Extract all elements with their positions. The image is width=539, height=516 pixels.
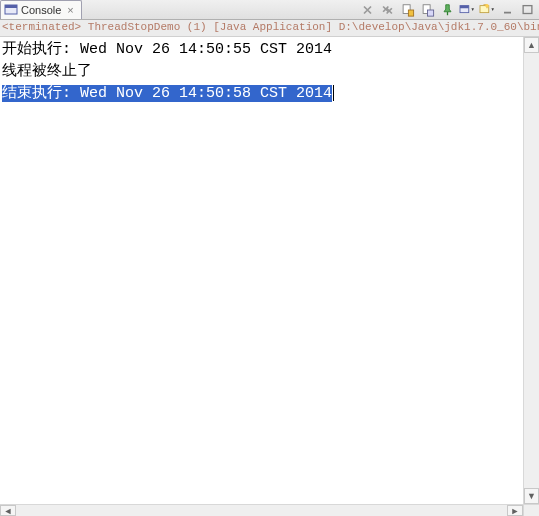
scroll-down-button[interactable]: ▼ (524, 488, 539, 504)
clear-button[interactable] (417, 2, 437, 19)
svg-point-10 (485, 4, 489, 8)
remove-all-button[interactable] (377, 2, 397, 19)
svg-rect-5 (427, 10, 433, 16)
console-line: 结束执行: Wed Nov 26 14:50:58 CST 2014 (2, 83, 521, 105)
console-tab[interactable]: Console × (0, 0, 82, 19)
hscroll-track[interactable] (16, 505, 507, 516)
vertical-scrollbar[interactable]: ▲ ▼ (523, 37, 539, 504)
svg-rect-8 (460, 6, 469, 9)
console-line: 开始执行: Wed Nov 26 14:50:55 CST 2014 (2, 39, 521, 61)
scroll-corner (523, 505, 539, 516)
scroll-lock-button[interactable] (397, 2, 417, 19)
pin-button[interactable] (437, 2, 457, 19)
tab-label: Console (21, 4, 61, 16)
open-console-button[interactable] (477, 2, 497, 19)
scroll-up-button[interactable]: ▲ (524, 37, 539, 53)
console-icon (4, 3, 18, 17)
svg-rect-1 (5, 5, 17, 8)
remove-terminated-button[interactable] (357, 2, 377, 19)
scroll-left-button[interactable]: ◄ (0, 505, 16, 516)
minimize-button[interactable] (497, 2, 517, 19)
text-cursor (333, 85, 334, 101)
close-tab-button[interactable]: × (64, 4, 76, 16)
console-wrap: 开始执行: Wed Nov 26 14:50:55 CST 2014线程被终止了… (0, 37, 539, 504)
console-line: 线程被终止了 (2, 61, 521, 83)
console-output[interactable]: 开始执行: Wed Nov 26 14:50:55 CST 2014线程被终止了… (0, 37, 523, 504)
maximize-button[interactable] (517, 2, 537, 19)
launch-header: <terminated> ThreadStopDemo (1) [Java Ap… (0, 20, 539, 37)
svg-rect-12 (523, 6, 532, 14)
tab-bar: Console × (0, 0, 539, 20)
horizontal-scrollbar[interactable]: ◄ ► (0, 504, 539, 516)
svg-rect-11 (504, 12, 511, 14)
svg-rect-3 (408, 10, 413, 16)
display-selected-button[interactable] (457, 2, 477, 19)
toolbar (357, 1, 537, 19)
scroll-right-button[interactable]: ► (507, 505, 523, 516)
